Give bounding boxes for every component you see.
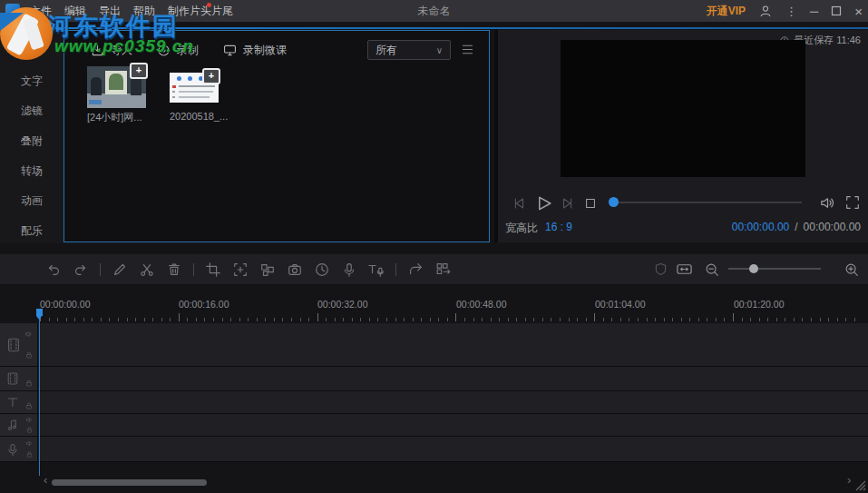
menu-help[interactable]: 帮助: [133, 4, 155, 19]
crop-icon[interactable]: [200, 261, 227, 279]
media-item-name: [24小时]网...: [87, 111, 142, 124]
zoom-region-icon[interactable]: [227, 261, 254, 279]
record-icon: [156, 43, 171, 58]
record-screen-button[interactable]: 录制微课: [222, 43, 287, 58]
overlay-track-header[interactable]: [0, 367, 38, 390]
track-mute-icon[interactable]: [25, 416, 34, 424]
voice-track-header[interactable]: [0, 437, 38, 461]
app-logo-icon: [5, 4, 20, 18]
sidebar: 文字 滤镜 叠附 转场 动画 配乐: [0, 30, 63, 243]
seek-slider[interactable]: [613, 202, 802, 203]
video-track-header[interactable]: [0, 323, 38, 366]
track-lock-icon[interactable]: [25, 426, 34, 434]
export-frames-icon[interactable]: [429, 261, 456, 279]
ruler-ticks: [0, 312, 868, 321]
fullscreen-icon[interactable]: [844, 194, 861, 211]
ruler-label: 00:00:48.00: [456, 299, 506, 310]
timeline-zoom-slider-thumb[interactable]: [749, 264, 758, 273]
aspect-ratio-label: 宽高比: [505, 221, 538, 236]
text-to-speech-icon[interactable]: [363, 261, 390, 279]
previous-frame-button[interactable]: [511, 195, 527, 212]
notification-dot: [207, 3, 211, 7]
maximize-button[interactable]: [831, 5, 842, 16]
music-track-row[interactable]: [0, 414, 868, 437]
scroll-right-icon[interactable]: ›: [847, 473, 851, 487]
resize-grip[interactable]: [855, 480, 866, 491]
sidebar-item-transition[interactable]: 转场: [0, 156, 63, 186]
list-view-icon[interactable]: [460, 42, 475, 57]
more-menu-icon[interactable]: ⋮: [785, 5, 797, 18]
voice-track-row[interactable]: [0, 437, 868, 462]
ruler-label: 00:00:32.00: [317, 299, 367, 310]
share-icon[interactable]: [402, 261, 429, 279]
voiceover-icon[interactable]: [336, 261, 363, 279]
minimize-button[interactable]: ─: [810, 5, 818, 18]
playhead-line: [39, 310, 40, 476]
close-button[interactable]: ×: [854, 4, 863, 19]
edit-icon[interactable]: [106, 261, 133, 279]
track-mute-icon[interactable]: [25, 439, 34, 448]
zoom-out-icon[interactable]: [698, 261, 726, 279]
add-to-timeline-badge[interactable]: +: [202, 68, 220, 84]
mosaic-icon[interactable]: [254, 261, 281, 279]
media-filter-select[interactable]: 所有 ∨: [367, 40, 451, 60]
ruler-label: 00:01:04.00: [595, 299, 645, 310]
track-lock-icon[interactable]: [24, 379, 34, 388]
redo-icon[interactable]: [67, 261, 94, 279]
import-icon: [90, 43, 105, 58]
menu-export[interactable]: 导出: [99, 4, 121, 19]
music-track-header[interactable]: [0, 414, 38, 436]
current-timecode: 00:00:00.00: [732, 221, 789, 233]
menu-file[interactable]: 文件: [30, 4, 52, 19]
sidebar-item-filter[interactable]: 滤镜: [0, 96, 63, 126]
text-track-row[interactable]: [0, 391, 868, 414]
timeline-toolbar: [0, 254, 868, 284]
video-track-row[interactable]: [0, 323, 868, 367]
media-item-name: 20200518_...: [170, 111, 228, 122]
snapshot-icon[interactable]: [281, 261, 308, 279]
menu-intro-outro[interactable]: 制作片头片尾: [168, 4, 233, 19]
monitor-icon: [222, 43, 238, 58]
sidebar-item-animation[interactable]: 动画: [0, 186, 63, 216]
music-note-icon: [5, 418, 20, 432]
import-button[interactable]: 导入: [90, 43, 132, 58]
next-frame-button[interactable]: [560, 195, 576, 212]
overlay-track-row[interactable]: [0, 367, 868, 391]
preview-panel: 最近保存 11:46 宽高比 16 : 9 00:00:00.00 / 00:0…: [494, 30, 868, 242]
ruler-label: 00:00:16.00: [179, 299, 229, 310]
ruler-label: 00:00:00.00: [40, 299, 90, 310]
chevron-down-icon: ∨: [436, 45, 443, 55]
track-lock-icon[interactable]: [24, 401, 34, 410]
duration-icon[interactable]: [308, 261, 336, 279]
account-icon[interactable]: [758, 4, 773, 18]
track-lock-icon[interactable]: [25, 450, 34, 458]
zoom-in-icon[interactable]: [838, 261, 865, 279]
delete-icon[interactable]: [161, 261, 188, 279]
scroll-left-icon[interactable]: ‹: [44, 473, 47, 487]
track-lock-icon[interactable]: [24, 350, 34, 360]
record-button[interactable]: 录制: [156, 43, 199, 58]
sidebar-item-text[interactable]: 文字: [0, 66, 63, 96]
split-scissors-icon[interactable]: [133, 261, 161, 279]
playhead-handle[interactable]: [36, 309, 43, 316]
track-mute-icon[interactable]: [24, 330, 34, 339]
fit-timeline-icon[interactable]: [670, 261, 697, 279]
menu-edit[interactable]: 编辑: [64, 4, 86, 19]
seek-slider-thumb[interactable]: [609, 197, 619, 207]
microphone-icon: [5, 442, 20, 457]
timeline-zoom-slider[interactable]: [728, 268, 821, 270]
horizontal-scrollbar[interactable]: [52, 479, 207, 486]
sidebar-item-overlay[interactable]: 叠附: [0, 126, 63, 156]
sidebar-item-music[interactable]: 配乐: [0, 216, 63, 246]
volume-icon[interactable]: [819, 194, 836, 212]
play-button[interactable]: [532, 192, 554, 214]
text-track-header[interactable]: [0, 391, 38, 413]
total-timecode: 00:00:00.00: [804, 221, 861, 233]
stop-button[interactable]: [583, 196, 598, 211]
aspect-ratio-value[interactable]: 16 : 9: [545, 221, 572, 233]
vip-button[interactable]: 开通VIP: [707, 4, 746, 19]
add-to-timeline-badge[interactable]: +: [130, 63, 148, 79]
video-preview-frame: [561, 40, 805, 177]
text-icon: [5, 395, 20, 409]
undo-icon[interactable]: [40, 261, 67, 279]
